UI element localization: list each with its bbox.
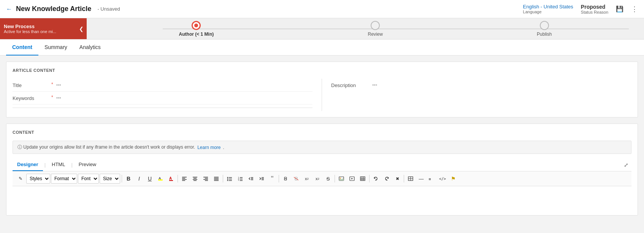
process-collapse-button[interactable]: ❮ bbox=[76, 18, 87, 39]
language-link[interactable]: English - United States bbox=[523, 4, 573, 10]
toolbar-sep-3 bbox=[223, 175, 223, 182]
hr-button[interactable]: — bbox=[416, 174, 426, 184]
main-tabs: Content Summary Analytics bbox=[0, 40, 644, 55]
process-step-author[interactable]: Author (< 1 Min) bbox=[179, 21, 214, 37]
fields-left: Title * --- Keywords * --- bbox=[13, 79, 322, 111]
insert-table-button[interactable] bbox=[358, 174, 368, 184]
svg-text:A: A bbox=[169, 176, 172, 181]
align-right-button[interactable] bbox=[201, 174, 211, 184]
highlight-button[interactable]: A bbox=[155, 174, 165, 184]
toolbar-sep-4 bbox=[279, 175, 279, 182]
justify-button[interactable] bbox=[211, 174, 221, 184]
info-period: . bbox=[223, 145, 224, 150]
bold-button[interactable]: B bbox=[124, 174, 133, 184]
step-label-review: Review bbox=[368, 32, 382, 37]
svg-text:⊞: ⊞ bbox=[429, 177, 431, 181]
editor-tab-preview[interactable]: Preview bbox=[74, 159, 101, 171]
clear-formatting-button[interactable]: ✎ bbox=[16, 174, 25, 184]
field-value-keywords[interactable]: --- bbox=[56, 95, 61, 100]
strikethrough-button[interactable]: S bbox=[323, 174, 333, 184]
field-separator bbox=[13, 108, 312, 108]
svg-rect-43 bbox=[360, 177, 365, 181]
insert-table2-button[interactable] bbox=[406, 174, 416, 184]
editor-body[interactable] bbox=[13, 186, 631, 209]
fields-right: Description --- bbox=[322, 79, 631, 111]
editor-tab-html[interactable]: HTML bbox=[47, 159, 70, 171]
article-fields-grid: Title * --- Keywords * --- Description -… bbox=[13, 79, 631, 111]
process-tag: New Process Active for less than one mi.… bbox=[0, 18, 76, 39]
page-title: New Knowledge Article bbox=[16, 5, 91, 13]
field-required-keywords: * bbox=[51, 95, 53, 100]
tab-analytics[interactable]: Analytics bbox=[73, 40, 107, 55]
process-line bbox=[163, 29, 629, 29]
outdent-button[interactable] bbox=[246, 174, 256, 184]
header-right: English - United States Language Propose… bbox=[523, 4, 638, 14]
svg-point-20 bbox=[227, 177, 228, 178]
field-row-description: Description --- bbox=[331, 79, 631, 91]
blockquote-button[interactable]: " bbox=[267, 174, 277, 184]
article-content-card: ARTICLE CONTENT Title * --- Keywords * -… bbox=[6, 62, 638, 117]
save-icon[interactable]: 💾 bbox=[616, 5, 623, 13]
step-circle-review bbox=[371, 21, 380, 30]
unsaved-label: - Unsaved bbox=[97, 6, 120, 12]
tab-content[interactable]: Content bbox=[6, 40, 38, 55]
insert-link-button[interactable] bbox=[281, 174, 290, 184]
back-button[interactable]: ← bbox=[6, 6, 12, 13]
status-reason-group: Proposed Status Reason bbox=[581, 4, 608, 14]
more-options-icon[interactable]: ⋮ bbox=[631, 5, 638, 13]
step-label-publish: Publish bbox=[537, 32, 552, 37]
toolbar-sep-5 bbox=[335, 175, 335, 182]
ordered-list-button[interactable]: 1.2.3. bbox=[235, 174, 245, 184]
italic-button[interactable]: I bbox=[134, 174, 144, 184]
underline-button[interactable]: U bbox=[145, 174, 155, 184]
expand-icon[interactable]: ⤢ bbox=[621, 160, 631, 170]
content-section-title: CONTENT bbox=[13, 130, 631, 135]
flag-button[interactable]: ⚑ bbox=[448, 174, 458, 184]
field-row-title: Title * --- bbox=[13, 79, 312, 92]
field-row-keywords: Keywords * --- bbox=[13, 92, 312, 105]
svg-marker-42 bbox=[351, 178, 353, 179]
superscript-button[interactable]: x2 bbox=[302, 174, 312, 184]
insert-image-button[interactable] bbox=[336, 174, 346, 184]
app-header: ← New Knowledge Article - Unsaved Englis… bbox=[0, 0, 644, 18]
html-source-button[interactable]: </> bbox=[438, 174, 447, 184]
toolbar-sep-6 bbox=[369, 175, 370, 182]
format-select[interactable]: Format bbox=[51, 174, 77, 184]
step-circle-publish bbox=[540, 21, 549, 30]
align-center-button[interactable] bbox=[190, 174, 200, 184]
svg-rect-3 bbox=[169, 180, 173, 181]
font-color-button[interactable]: A bbox=[166, 174, 176, 184]
align-left-button[interactable] bbox=[179, 174, 189, 184]
font-select[interactable]: Font bbox=[78, 174, 99, 184]
process-step-publish[interactable]: Publish bbox=[537, 21, 552, 37]
insert-media-button[interactable] bbox=[347, 174, 357, 184]
process-step-review[interactable]: Review bbox=[368, 21, 382, 37]
status-value: Proposed bbox=[581, 4, 606, 10]
info-bar: ⓘ Update your origins allow list if any … bbox=[13, 141, 631, 154]
indent-button[interactable] bbox=[257, 174, 266, 184]
unordered-list-button[interactable] bbox=[225, 174, 235, 184]
field-value-description[interactable]: --- bbox=[372, 82, 377, 87]
styles-select[interactable]: Styles bbox=[26, 174, 50, 184]
undo-button[interactable] bbox=[371, 174, 381, 184]
field-label-title: Title bbox=[13, 82, 51, 88]
insert-html-button[interactable]: ⊞ bbox=[427, 174, 437, 184]
process-steps: Author (< 1 Min) Review Publish bbox=[87, 18, 644, 39]
toolbar-sep-2 bbox=[178, 175, 178, 182]
svg-text:A: A bbox=[159, 176, 161, 180]
remove-link-button[interactable] bbox=[291, 174, 301, 184]
status-label: Status Reason bbox=[581, 10, 608, 14]
tab-summary[interactable]: Summary bbox=[38, 40, 73, 55]
language-group: English - United States Language bbox=[523, 4, 573, 14]
subscript-button[interactable]: x2 bbox=[312, 174, 322, 184]
redo-button[interactable] bbox=[382, 174, 392, 184]
clear-format-button[interactable]: ✖ bbox=[392, 174, 402, 184]
svg-point-22 bbox=[227, 179, 228, 180]
process-bar: New Process Active for less than one mi.… bbox=[0, 18, 644, 40]
field-required-title: * bbox=[51, 82, 53, 87]
size-select[interactable]: Size bbox=[100, 174, 120, 184]
learn-more-link[interactable]: Learn more bbox=[197, 145, 220, 150]
field-value-title[interactable]: --- bbox=[56, 82, 61, 87]
editor-tabs: Designer | HTML | Preview ⤢ bbox=[13, 159, 631, 171]
editor-tab-designer[interactable]: Designer bbox=[13, 159, 43, 171]
